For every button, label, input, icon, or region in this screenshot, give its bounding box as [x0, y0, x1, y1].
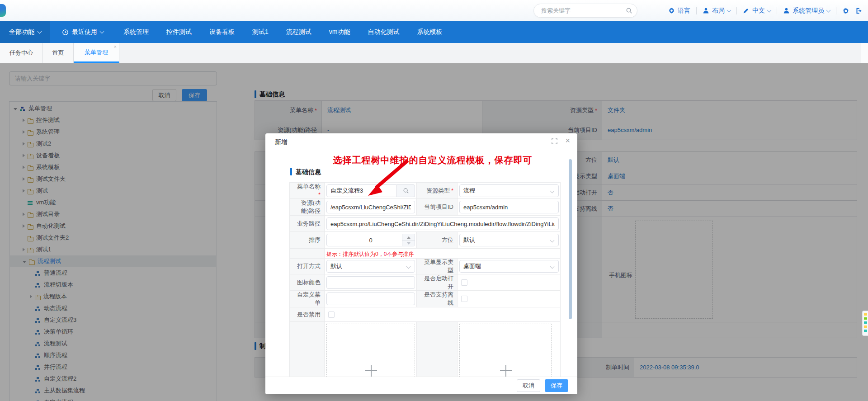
form-label: 自定义菜单	[289, 291, 325, 307]
nav-item[interactable]: 测试1	[252, 28, 269, 36]
nav-item[interactable]: 系统管理	[123, 28, 149, 36]
widget-stripe	[864, 330, 867, 332]
resource-type-select[interactable]: 流程	[459, 184, 559, 197]
chevron-down-icon	[826, 8, 831, 12]
spinner-down-icon	[407, 242, 410, 245]
current-project-input[interactable]	[459, 201, 559, 213]
chevron-down-icon	[550, 238, 555, 243]
nav-item[interactable]: vm功能	[329, 28, 350, 36]
app-logo	[0, 4, 6, 17]
layout-menu[interactable]: 布局	[703, 7, 731, 15]
dialog-section-title: 基础信息	[296, 168, 321, 176]
chevron-down-icon	[550, 264, 555, 269]
chevron-down-icon	[550, 189, 555, 193]
disabled-checkbox[interactable]	[328, 311, 335, 318]
form-label: 是否支持离线	[417, 291, 458, 307]
nav-item[interactable]: 控件测试	[166, 28, 192, 36]
form-field: 流程	[458, 182, 561, 199]
chevron-down-icon	[767, 8, 772, 12]
save-button[interactable]: 保存	[545, 379, 568, 392]
number-spinner[interactable]	[402, 234, 415, 246]
offline-checkbox[interactable]	[461, 296, 467, 302]
workspace: 取消 保存 菜单管理 控件测试 系统管理 测试2 设备看板 系统模板 测试文件夹…	[0, 63, 868, 401]
sort-number-input[interactable]: 0	[326, 234, 415, 246]
logout-icon[interactable]	[855, 7, 863, 14]
form-label: 菜单显示类型	[417, 259, 458, 274]
widget-stripe	[864, 326, 867, 328]
form-label: 打开方式	[289, 259, 325, 274]
form-label: 业务路径	[289, 216, 325, 232]
auto-open-checkbox[interactable]	[461, 279, 467, 286]
widget-stripe	[864, 313, 867, 316]
form-label: 方位	[417, 232, 458, 249]
tab-menu-management[interactable]: 菜单管理 ×	[74, 43, 119, 63]
resource-path-input[interactable]	[326, 201, 415, 213]
tab-close-icon[interactable]: ×	[114, 44, 117, 49]
custom-menu-input[interactable]	[326, 292, 415, 305]
new-menu-dialog: 新增 × 选择工程树中维护的自定义流程模板，保存即可 基础信息 菜单名称* 资源…	[265, 133, 577, 394]
nav-item[interactable]: 自动化测试	[368, 28, 399, 36]
form-field: 0	[325, 232, 417, 249]
cancel-button[interactable]: 取消	[517, 379, 540, 392]
widget-stripe	[864, 321, 867, 324]
direction-select[interactable]: 默认	[459, 234, 559, 246]
language-label: 语言	[678, 7, 690, 15]
tab-bar: 任务中心 首页 菜单管理 ×	[0, 43, 868, 63]
form-label: 是否禁用	[289, 307, 325, 322]
tab-task-center[interactable]: 任务中心	[0, 43, 43, 63]
user-icon	[703, 7, 709, 14]
form-label: 资源(功能)路径	[289, 199, 325, 216]
top-bar: 语言 布局 中文 系统管理员	[0, 0, 868, 21]
dialog-scrollbar[interactable]	[569, 159, 572, 319]
user-icon	[783, 7, 790, 14]
locale-label: 中文	[752, 7, 765, 15]
nav-recent[interactable]: 最近使用	[62, 28, 104, 36]
nav-item[interactable]: 设备看板	[209, 28, 235, 36]
floating-widget[interactable]	[862, 311, 868, 336]
global-search[interactable]	[533, 4, 637, 18]
annotation-arrow	[363, 157, 417, 200]
section-accent-bar	[290, 168, 292, 175]
open-mode-select[interactable]: 默认	[326, 260, 415, 273]
search-icon[interactable]	[626, 7, 632, 14]
account-label: 系统管理员	[793, 7, 824, 15]
language-menu[interactable]: 语言	[668, 7, 690, 15]
form-label: 资源类型*	[417, 182, 458, 199]
nav-recent-label: 最近使用	[72, 28, 97, 36]
form-field	[458, 199, 561, 216]
business-path-input[interactable]	[326, 217, 559, 230]
tab-home[interactable]: 首页	[43, 43, 74, 63]
close-icon[interactable]: ×	[565, 136, 570, 146]
widget-stripe	[864, 317, 867, 320]
clock-icon	[62, 29, 69, 36]
tab-scroll-stub	[861, 43, 868, 63]
main-nav: 全部功能 最近使用 系统管理 控件测试 设备看板 测试1 流程测试 vm功能 自…	[0, 21, 868, 43]
chevron-down-icon	[727, 8, 731, 12]
nav-items: 系统管理 控件测试 设备看板 测试1 流程测试 vm功能 自动化测试 系统模板	[123, 28, 442, 36]
chevron-down-icon	[406, 264, 411, 269]
account-menu[interactable]: 系统管理员	[783, 7, 830, 15]
settings-gear-icon[interactable]	[842, 7, 849, 14]
icon-color-input[interactable]	[326, 276, 415, 289]
form-field	[325, 291, 417, 307]
form-field	[325, 274, 417, 291]
annotation-text: 选择工程树中维护的自定义流程模板，保存即可	[315, 154, 550, 166]
nav-all-functions-label: 全部功能	[9, 28, 34, 36]
divider	[736, 7, 737, 14]
global-search-input[interactable]	[541, 5, 623, 17]
form-field: 默认	[325, 259, 417, 274]
dialog-footer: 取消 保存	[265, 377, 577, 394]
nav-item[interactable]: 系统模板	[417, 28, 442, 36]
chevron-down-icon	[100, 29, 104, 34]
display-type-select[interactable]: 桌面端	[459, 260, 559, 273]
nav-item[interactable]: 流程测试	[286, 28, 311, 36]
nav-all-functions[interactable]: 全部功能	[0, 21, 50, 43]
fullscreen-icon[interactable]	[552, 138, 557, 144]
layout-label: 布局	[712, 7, 725, 15]
locale-menu[interactable]: 中文	[743, 7, 771, 15]
form-field	[325, 307, 561, 322]
form-field	[458, 274, 561, 291]
hint-row: 提示：排序默认值为0，0不参与排序	[325, 249, 561, 259]
plus-icon	[500, 365, 512, 377]
divider	[696, 7, 697, 14]
